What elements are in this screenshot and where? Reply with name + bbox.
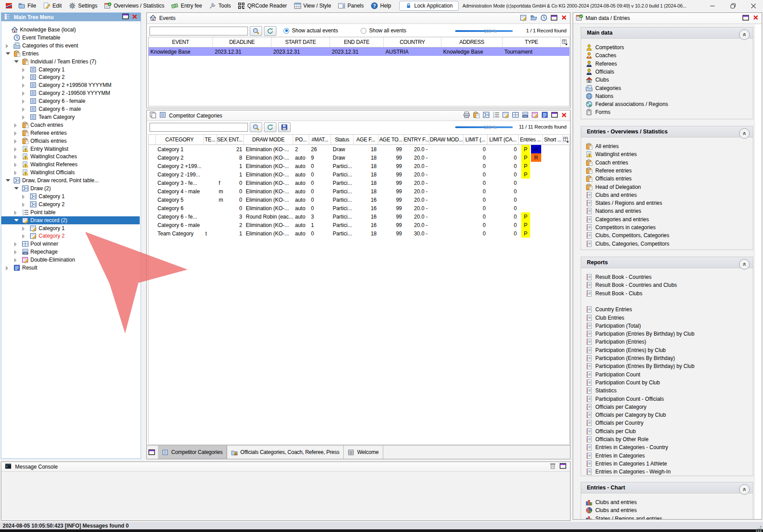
item-nations[interactable]: Nations: [581, 92, 753, 100]
categories-cell[interactable]: 99: [378, 204, 404, 212]
window-close-button[interactable]: [747, 0, 759, 11]
item-coach-entries[interactable]: Coach entries: [581, 159, 753, 167]
categories-toolbar-close-x[interactable]: [561, 112, 567, 120]
item-states-regions-and-entries[interactable]: States / Regions and entries: [581, 199, 753, 207]
categories-cell[interactable]: [429, 221, 464, 229]
categories-cell[interactable]: 1: [228, 170, 244, 179]
entries-print-badge[interactable]: P: [521, 229, 530, 238]
events-search-button[interactable]: [250, 26, 262, 36]
categories-cell[interactable]: auto: [293, 187, 309, 196]
item-participation-total[interactable]: Participation (Total): [581, 322, 753, 330]
categories-cell[interactable]: Elimination (KO-...: [244, 221, 293, 229]
categories-cell[interactable]: 0: [464, 162, 488, 170]
radio-dot[interactable]: [283, 28, 289, 34]
tree-item-team-category[interactable]: Team Category: [1, 113, 140, 121]
categories-cell[interactable]: Elimination (KO-...: [244, 187, 293, 196]
categories-cell[interactable]: 0: [488, 221, 519, 229]
categories-cell[interactable]: 99: [378, 221, 404, 229]
tree-expand-icon[interactable]: [14, 242, 19, 246]
item-participation-entries-by-club[interactable]: Participation (Entries) by Club: [581, 346, 753, 354]
item-participation-entries-by-birthday[interactable]: Participation (Entries By Birthday): [581, 354, 753, 362]
tab-officials-categories-coach-referee-press[interactable]: Officials Categories, Coach, Referee, Pr…: [227, 446, 344, 459]
item-referee-entries[interactable]: Referee entries: [581, 167, 753, 175]
radio-dot[interactable]: [361, 28, 366, 34]
categories-cell[interactable]: [543, 162, 563, 170]
categories-cell[interactable]: 0: [228, 187, 244, 196]
categories-cell[interactable]: 1: [228, 229, 244, 238]
categories-column-draw-mod[interactable]: DRAW MOD...: [429, 135, 464, 145]
categories-cell[interactable]: 0: [464, 196, 488, 204]
categories-cell[interactable]: 1: [228, 162, 244, 170]
categories-cell[interactable]: 99: [378, 170, 404, 179]
categories-cell[interactable]: 99: [378, 229, 404, 238]
categories-cell[interactable]: 20.0 -: [404, 153, 429, 162]
categories-cell[interactable]: [543, 179, 563, 187]
categories-cell[interactable]: 16: [354, 221, 378, 229]
categories-cell[interactable]: Partici...: [331, 187, 354, 196]
categories-column-ent[interactable]: ENT...: [228, 135, 244, 145]
categories-cell[interactable]: 99: [378, 212, 404, 221]
events-column-start-date[interactable]: START DATE: [271, 37, 330, 47]
categories-cell[interactable]: [204, 196, 217, 204]
categories-cell[interactable]: 20.0 -: [404, 187, 429, 196]
categories-toolbar-printer[interactable]: [463, 111, 470, 120]
categories-cell[interactable]: 0: [464, 221, 488, 229]
categories-cell[interactable]: [519, 196, 543, 204]
tree-item-waitinglist-coaches[interactable]: Waitinglist Coaches: [1, 153, 140, 160]
categories-cell[interactable]: 0: [309, 229, 331, 238]
item-officials[interactable]: Officials: [581, 68, 753, 76]
categories-toolbar-paste[interactable]: [473, 111, 480, 120]
events-column-address[interactable]: ADDRESS: [441, 37, 503, 47]
tree-expand-icon[interactable]: [22, 83, 27, 88]
item-result-book-countries[interactable]: Result Book - Countries: [581, 273, 753, 281]
menu-item-panels[interactable]: Panels: [334, 0, 367, 12]
section-collapse-button[interactable]: [739, 259, 750, 270]
categories-cell[interactable]: [204, 204, 217, 212]
categories-toolbar-stack[interactable]: [522, 111, 529, 120]
categories-cell[interactable]: [204, 221, 217, 229]
item-entries-in-categories-country[interactable]: Entries in Categories - Country: [581, 443, 753, 451]
categories-cell[interactable]: 21: [228, 145, 244, 153]
categories-cell[interactable]: Draw: [331, 153, 354, 162]
item-result-book-clubs[interactable]: Result Book - Clubs: [581, 289, 753, 297]
item-result-book-countries-and-clubs[interactable]: Result Book - Countries and Clubs: [581, 281, 753, 289]
categories-cell[interactable]: 9: [309, 153, 331, 162]
categories-cell[interactable]: 3: [228, 212, 244, 221]
categories-cell[interactable]: 0: [488, 179, 519, 187]
categories-cell[interactable]: 0: [464, 212, 488, 221]
categories-cell[interactable]: [204, 187, 217, 196]
item-clubs-and-entries[interactable]: Clubs and entries: [581, 191, 753, 199]
tree-item-knowledge-base-local[interactable]: Knowledge Base (local): [1, 26, 140, 34]
categories-cell[interactable]: 20.0 -: [404, 145, 429, 153]
categories-cell[interactable]: Elimination (KO-...: [244, 162, 293, 170]
events-toolbar-window-max[interactable]: [551, 14, 558, 23]
categories-cell[interactable]: auto: [293, 204, 309, 212]
categories-cell[interactable]: [149, 212, 156, 221]
events-column-country[interactable]: COUNTRY: [384, 37, 441, 47]
categories-toolbar-grid[interactable]: [512, 111, 519, 120]
tree-item-category-2-199508-yyyymm[interactable]: Category 2 -199508 YYYYMM: [1, 89, 140, 97]
categories-cell[interactable]: 99: [378, 153, 404, 162]
entries-print-badge[interactable]: P: [521, 170, 530, 179]
radio-show-all-events[interactable]: Show all events: [361, 27, 406, 34]
item-participation-entries-by-birthday-by-club[interactable]: Participation (Entries By Birthday) by C…: [581, 330, 753, 338]
tree-item-officials-entries[interactable]: Officials entries: [1, 137, 140, 145]
tree-collapse-icon[interactable]: [14, 187, 19, 192]
categories-cell[interactable]: [204, 212, 217, 221]
tree-item-category-2[interactable]: Category 2: [1, 73, 140, 81]
categories-toolbar-draw[interactable]: [483, 111, 490, 120]
tree-item-double-elimination[interactable]: Double-Elimination: [1, 256, 140, 264]
item-country-entries[interactable]: Country Entries: [581, 305, 753, 313]
categories-cell[interactable]: [217, 229, 228, 238]
categories-column-limit[interactable]: LIMIT (...: [464, 135, 488, 145]
tree-expand-icon[interactable]: [6, 44, 10, 48]
categories-cell[interactable]: [217, 145, 228, 153]
categories-cell[interactable]: 20.0 -: [404, 179, 429, 187]
categories-cell[interactable]: 0: [464, 170, 488, 179]
categories-toolbar-result-doc[interactable]: [541, 111, 548, 120]
categories-cell[interactable]: Team Category: [156, 229, 204, 238]
categories-cell[interactable]: m: [217, 187, 228, 196]
categories-cell[interactable]: [429, 187, 464, 196]
tree-item-category-6-male[interactable]: Category 6 - male: [1, 105, 140, 113]
categories-cell[interactable]: 0: [309, 162, 331, 170]
